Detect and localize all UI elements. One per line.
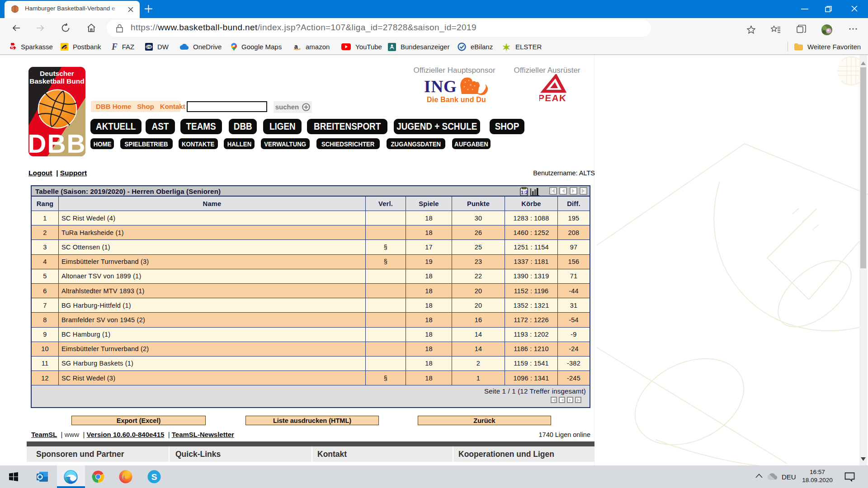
svg-text:a: a [294, 43, 298, 50]
svg-text:S: S [11, 46, 14, 51]
svg-text:PEAK: PEAK [539, 93, 567, 103]
svg-text:DBB: DBB [28, 129, 85, 156]
svg-text:DW: DW [146, 45, 152, 48]
svg-text:Deutscher: Deutscher [40, 70, 74, 77]
svg-text:S: S [151, 472, 157, 482]
svg-text:Basketball Bund: Basketball Bund [29, 77, 84, 85]
svg-text:1:2: 1:2 [521, 190, 528, 195]
